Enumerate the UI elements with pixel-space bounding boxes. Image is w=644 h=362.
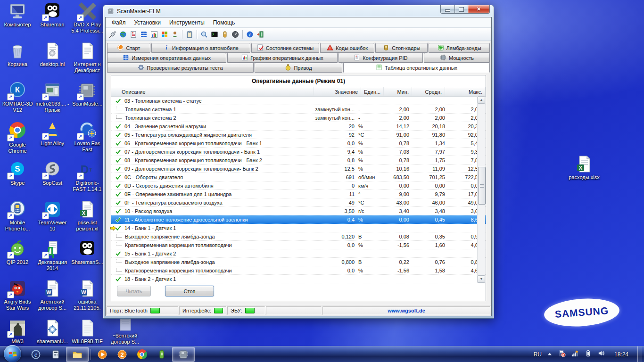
close-button[interactable]: ✕ bbox=[468, 5, 490, 14]
menu-item[interactable]: Помощь bbox=[209, 18, 239, 27]
desktop-icon[interactable]: ↗Mobile PhoneTo... bbox=[0, 200, 35, 239]
desktop-icon[interactable]: S↗Skype bbox=[0, 160, 35, 200]
desktop-icon[interactable]: ↗TeamViewer 10 bbox=[35, 200, 70, 239]
desktop-icon[interactable]: SharemanS... bbox=[70, 239, 105, 279]
toolbar-terminal-icon[interactable] bbox=[209, 29, 220, 40]
desktop-icon[interactable]: Xprise-list ремонт.xl bbox=[70, 200, 105, 239]
table-row[interactable]: Выходное напряжение лямбда-зонда0,800В0,… bbox=[111, 258, 486, 266]
scroll-down-button[interactable]: ▼ bbox=[478, 275, 485, 283]
toolbar-connect-icon[interactable] bbox=[107, 29, 118, 40]
toolbar-device-icon[interactable] bbox=[220, 29, 230, 40]
toolbar-web-icon[interactable] bbox=[118, 29, 128, 40]
table-row[interactable]: 08 - Кратковременная коррекция топливопо… bbox=[111, 156, 486, 165]
scroll-thumb[interactable] bbox=[478, 167, 486, 205]
network-icon[interactable] bbox=[571, 349, 579, 359]
table-row[interactable]: 0C - Обороты двигателя691об/мин683,50701… bbox=[111, 173, 486, 181]
clock[interactable]: 18:24 bbox=[614, 351, 628, 358]
table-row[interactable]: Кратковременная коррекция топливоподачи0… bbox=[111, 266, 486, 275]
table-row[interactable]: 11 - Абсолютное положение дроссельной за… bbox=[111, 215, 486, 224]
toolbar-user-icon[interactable] bbox=[170, 29, 180, 40]
desktop-icon[interactable]: Корзина bbox=[0, 41, 35, 81]
table-row[interactable]: 0F - Температура всасываемого воздуха49°… bbox=[111, 198, 486, 207]
column-header[interactable]: Един... bbox=[361, 87, 384, 96]
menu-item[interactable]: Файл bbox=[107, 18, 130, 27]
desktop-icon[interactable]: desktop.ini bbox=[35, 41, 70, 81]
toolbar-gauge-icon[interactable] bbox=[230, 29, 240, 40]
table-row[interactable]: Топливная система 1замкнутый кон...-2,00… bbox=[111, 105, 486, 114]
table-row[interactable]: 06 - Кратковременная коррекция топливопо… bbox=[111, 139, 486, 148]
table-row[interactable]: 03 - Топливная система - статус bbox=[111, 97, 486, 105]
desktop-icon[interactable]: Д↗Декларация 2014 bbox=[35, 239, 70, 279]
desktop-icon[interactable]: К↗КОМПАС-3D V12 bbox=[0, 81, 35, 121]
table-row[interactable]: 04 - Значение расчетной нагрузки20%14,12… bbox=[111, 122, 486, 131]
desktop-icon[interactable]: ↗DVD X Play 5.4 Professi... bbox=[70, 2, 105, 41]
volume-icon[interactable] bbox=[597, 349, 605, 359]
tab[interactable]: iИнформация о автомобиле bbox=[151, 43, 250, 53]
table-row[interactable]: 14 - Банк 1 - Датчик 1 bbox=[111, 224, 486, 232]
desktop-icon[interactable]: ↗Angry Birds Star Wars bbox=[0, 279, 35, 319]
maximize-button[interactable] bbox=[455, 5, 468, 14]
table-row[interactable]: Топливная система 2замкнутый кон...-2,00… bbox=[111, 114, 486, 122]
toolbar-search-icon[interactable] bbox=[199, 29, 209, 40]
table-scrollbar[interactable]: ▲ ▼ bbox=[477, 96, 485, 283]
menu-item[interactable]: Установки bbox=[130, 18, 165, 27]
desktop-icon[interactable]: ↗Google Chrome bbox=[0, 121, 35, 160]
column-header[interactable]: Описание bbox=[111, 87, 314, 96]
taskbar-chip-small-button[interactable] bbox=[172, 347, 195, 362]
tab[interactable]: Привод bbox=[255, 63, 342, 73]
column-header[interactable]: Макс. bbox=[445, 87, 486, 96]
tab[interactable]: Лямбда-зонды bbox=[429, 43, 490, 53]
desktop-icon[interactable]: Xрасходы.xlsx bbox=[567, 155, 602, 181]
toolbar-windows-icon[interactable] bbox=[159, 29, 170, 40]
column-header[interactable]: Средн. bbox=[412, 87, 445, 96]
menu-item[interactable]: Инструменты bbox=[165, 18, 209, 27]
desktop-icon[interactable]: WАгентский договор S... bbox=[35, 279, 70, 319]
desktop-icon[interactable]: Интернет н Декабрист bbox=[70, 41, 105, 81]
toolbar-exit-door-icon[interactable] bbox=[255, 29, 265, 40]
desktop-icon[interactable]: ↗SopCast bbox=[35, 160, 70, 200]
tab[interactable]: !Коды ошибок bbox=[320, 43, 375, 53]
wgsoft-link[interactable]: www.wgsoft.de bbox=[388, 308, 425, 313]
table-row[interactable]: 10 - Расход воздуха3,50г/с3,403,483,62 bbox=[111, 207, 486, 215]
taskbar-wmp-button[interactable] bbox=[93, 347, 112, 362]
read-button[interactable]: Читать bbox=[117, 286, 151, 296]
desktop-icon[interactable]: ↗Shareman bbox=[35, 2, 70, 41]
table-row[interactable]: 07 - Долговременная коррекция топливопод… bbox=[111, 148, 486, 156]
tab[interactable]: Графики оперативных данных bbox=[227, 53, 338, 63]
toolbar-clipboard-icon[interactable] bbox=[184, 29, 195, 40]
taskbar-folder-button[interactable] bbox=[66, 347, 89, 362]
action-center-flag-icon[interactable] bbox=[558, 349, 566, 359]
scroll-up-button[interactable]: ▲ bbox=[478, 96, 485, 104]
table-row[interactable]: Выходное напряжение лямбда-зонда0,120В0,… bbox=[111, 232, 486, 241]
taskbar-device-green-button[interactable] bbox=[152, 347, 171, 362]
toolbar-pid-doc-icon[interactable] bbox=[128, 29, 139, 40]
start-button[interactable] bbox=[4, 345, 21, 362]
taskbar-calc-button[interactable] bbox=[46, 347, 65, 362]
minimize-button[interactable] bbox=[440, 5, 455, 14]
tab[interactable]: Проверенные результаты теста bbox=[107, 63, 254, 73]
desktop-icon[interactable]: ↗Light Alloy bbox=[35, 121, 70, 160]
column-header[interactable]: Мин. bbox=[384, 87, 412, 96]
tab[interactable]: Старт bbox=[107, 43, 150, 53]
desktop-icon[interactable]: ↗ScanMaste... bbox=[70, 81, 105, 121]
language-indicator[interactable]: RU bbox=[534, 351, 542, 358]
toolbar-info-icon[interactable]: i bbox=[245, 29, 255, 40]
taskbar-qip2-button[interactable]: 2 bbox=[113, 347, 132, 362]
table-row[interactable]: 0E - Опережение зажигания для 1 цилиндра… bbox=[111, 190, 486, 198]
desktop-icon[interactable]: ↗QIP 2012 bbox=[0, 239, 35, 279]
toolbar-chart-icon[interactable] bbox=[149, 29, 159, 40]
tray-expand-icon[interactable] bbox=[547, 350, 553, 359]
desktop-icon[interactable]: ↗metro2033.... - Ярлык bbox=[35, 81, 70, 121]
table-row[interactable]: 18 - Банк 2 - Датчик 1 bbox=[111, 275, 486, 283]
table-row[interactable]: 09 - Долговременная коррекция топливопод… bbox=[111, 165, 486, 173]
table-row[interactable]: 0D - Скорость движения автомобиля0км/ч0,… bbox=[111, 181, 486, 190]
tab[interactable]: Мощность bbox=[424, 53, 490, 63]
desktop-icon[interactable]: ↗Lovato Eas Fast bbox=[70, 121, 105, 160]
table-row[interactable]: 05 - Температура охлаждающей жидкости дв… bbox=[111, 131, 486, 139]
tab[interactable]: Таблица оперативных данных bbox=[343, 63, 490, 73]
toolbar-grid-icon[interactable] bbox=[139, 29, 149, 40]
stop-button[interactable]: Стоп bbox=[165, 286, 214, 296]
desktop-icon[interactable]: Wошибка 21.11.2105. bbox=[70, 279, 105, 319]
taskbar-chrome-small-button[interactable] bbox=[132, 347, 151, 362]
taskbar-ie-button[interactable]: e bbox=[26, 347, 45, 362]
